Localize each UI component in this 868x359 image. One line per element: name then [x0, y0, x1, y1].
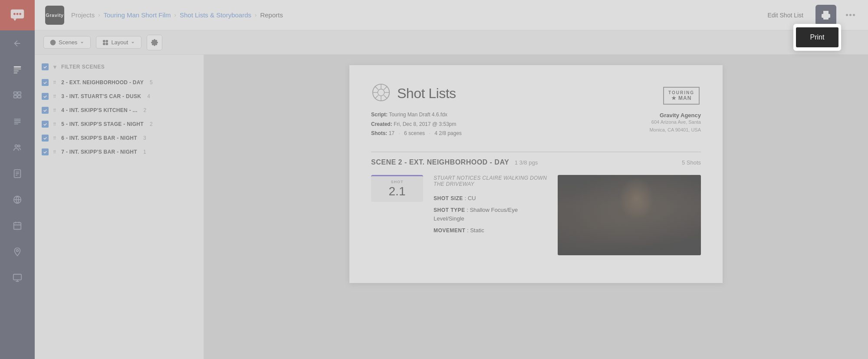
navbar-logo-text: Gravity — [46, 13, 63, 18]
print-tooltip-item[interactable]: Print — [796, 27, 838, 47]
scene-title: SCENE 2 - EXT. NEIGHBORHOOD - DAY — [371, 158, 509, 166]
report-meta-shots: Shots: 17 · 6 scenes · 4 2/8 pages — [371, 129, 462, 138]
more-button[interactable] — [843, 11, 858, 19]
svg-rect-24 — [14, 223, 21, 230]
checkmark-icon — [43, 94, 47, 99]
agency-logo-line1: TOURING — [668, 90, 694, 95]
shot-image — [558, 175, 701, 255]
scene-5-drag-handle[interactable]: ⠿ — [53, 122, 56, 127]
shot-details: STUART NOTICES CLAIRE WALKING DOWN THE D… — [434, 175, 547, 255]
sidebar-item-globe[interactable] — [0, 187, 35, 213]
scene-4-checkbox[interactable] — [42, 107, 49, 114]
sidebar-item-people[interactable] — [0, 135, 35, 161]
checkmark-icon — [43, 122, 47, 126]
sidebar-item-man[interactable] — [0, 56, 35, 82]
svg-line-48 — [384, 86, 387, 90]
scene-header: SCENE 2 - EXT. NEIGHBORHOOD - DAY 1 3/8 … — [371, 152, 701, 166]
shot-movement-row: MOVEMENT : Static — [434, 226, 547, 235]
scenes-value: 6 scenes — [404, 130, 425, 136]
scene-item-6[interactable]: ⠿ 6 - INT. SKIPP'S BAR - NIGHT 3 — [35, 131, 204, 145]
layout-icon — [102, 40, 108, 46]
scene-6-count: 3 — [143, 135, 146, 141]
breadcrumb: Projects › Touring Man Short Film › Shot… — [71, 11, 763, 19]
scene-2-drag-handle[interactable]: ⠿ — [53, 80, 56, 85]
scenes-dropdown-button[interactable]: Scenes — [43, 36, 91, 49]
checkmark-icon — [43, 80, 47, 85]
scene-item-5[interactable]: ⠿ 5 - INT. SKIPP'S STAGE - NIGHT 2 — [35, 117, 204, 131]
scene-item-7[interactable]: ⠿ 7 - INT. SKIPP'S BAR - NIGHT 1 — [35, 145, 204, 159]
shot-type-label: SHOT TYPE — [434, 207, 465, 213]
svg-rect-8 — [14, 92, 17, 95]
svg-point-41 — [378, 89, 384, 96]
scene-5-checkbox[interactable] — [42, 121, 49, 128]
sidebar-item-location[interactable] — [0, 239, 35, 265]
chat-icon — [9, 7, 26, 23]
scene-6-checkbox[interactable] — [42, 135, 49, 142]
scenes-icon — [50, 40, 56, 46]
breadcrumb-projects[interactable]: Projects — [71, 11, 95, 19]
report-page: Shot Lists Script: Touring Man Draft 4.6… — [349, 65, 723, 283]
svg-point-1 — [13, 13, 16, 15]
agency-logo: TOURING ★ MAN — [662, 82, 701, 109]
svg-point-3 — [19, 13, 21, 15]
layout-dropdown-button[interactable]: Layout — [96, 36, 141, 49]
svg-rect-5 — [14, 69, 21, 69]
svg-rect-11 — [18, 96, 21, 98]
svg-rect-6 — [14, 71, 19, 71]
shot-type-row: SHOT TYPE : Shallow Focus/Eye Level/Sing… — [434, 206, 547, 223]
scene-item-3[interactable]: ⠿ 3 - INT. STUART'S CAR - DUSK 4 — [35, 89, 204, 103]
checkmark-icon — [43, 136, 47, 140]
sidebar-logo[interactable] — [0, 0, 35, 30]
svg-line-49 — [375, 95, 378, 99]
scene-6-drag-handle[interactable]: ⠿ — [53, 136, 56, 141]
navbar-logo: Gravity — [45, 6, 64, 25]
agency-address-line2: Monica, CA 90401, USA — [649, 126, 701, 134]
shots-value: 17 — [389, 130, 395, 136]
scene-pages: 1 3/8 pgs — [515, 159, 538, 166]
scene-7-checkbox[interactable] — [42, 148, 49, 155]
edit-shot-list-button[interactable]: Edit Shot List — [763, 9, 809, 21]
filter-scenes-checkbox[interactable] — [42, 63, 49, 70]
report-title-section: Shot Lists — [371, 82, 462, 104]
sidebar-item-calendar[interactable] — [0, 213, 35, 239]
scene-2-checkbox[interactable] — [42, 79, 49, 86]
settings-button[interactable] — [147, 35, 162, 50]
shot-label: SHOT — [376, 180, 418, 184]
scene-7-drag-handle[interactable]: ⠿ — [53, 150, 56, 155]
layout-label: Layout — [111, 39, 128, 46]
checkmark-icon — [43, 108, 47, 112]
scene-item-2[interactable]: ⠿ 2 - EXT. NEIGHBORHOOD - DAY 5 — [35, 76, 204, 89]
scene-3-label: 3 - INT. STUART'S CAR - DUSK — [61, 93, 141, 99]
shot-image-inner — [558, 175, 701, 255]
main-area: Gravity Projects › Touring Man Short Fil… — [35, 0, 868, 359]
shot-size-label: SHOT SIZE — [434, 195, 463, 201]
scene-4-drag-handle[interactable]: ⠿ — [53, 108, 56, 113]
scene-2-count: 5 — [150, 79, 153, 86]
sidebar — [0, 0, 35, 359]
filter-scenes-label: Filter Scenes — [61, 64, 105, 70]
report-meta: Script: Touring Man Draft 4.6.fdx Create… — [371, 110, 462, 138]
svg-rect-37 — [103, 43, 105, 45]
scene-3-checkbox[interactable] — [42, 93, 49, 100]
sidebar-item-screen[interactable] — [0, 265, 35, 291]
scene-3-drag-handle[interactable]: ⠿ — [53, 94, 56, 99]
scene-5-label: 5 - INT. SKIPP'S STAGE - NIGHT — [61, 121, 144, 127]
report-panel: Shot Lists Script: Touring Man Draft 4.6… — [204, 55, 868, 359]
breadcrumb-sep-1: › — [98, 12, 100, 18]
shot-item-2-1: SHOT 2.1 STUART NOTICES CLAIRE WALKING D… — [371, 175, 701, 255]
sidebar-item-back[interactable] — [0, 30, 35, 56]
breadcrumb-project[interactable]: Touring Man Short Film — [104, 11, 171, 19]
svg-rect-10 — [14, 96, 17, 98]
scene-4-label: 4 - INT. SKIPP'S KITCHEN - ... — [61, 107, 137, 113]
print-button[interactable] — [815, 5, 836, 26]
report-meta-script: Script: Touring Man Draft 4.6.fdx — [371, 110, 462, 120]
printer-icon — [821, 10, 831, 20]
sidebar-item-storyboard[interactable] — [0, 82, 35, 109]
scene-item-4[interactable]: ⠿ 4 - INT. SKIPP'S KITCHEN - ... 2 — [35, 103, 204, 117]
svg-rect-32 — [823, 16, 829, 20]
report-agency: TOURING ★ MAN Gravity Agency 604 Arizona… — [649, 82, 701, 134]
svg-rect-29 — [13, 274, 21, 280]
sidebar-item-list[interactable] — [0, 109, 35, 135]
breadcrumb-section[interactable]: Shot Lists & Storyboards — [180, 11, 251, 19]
sidebar-item-reports[interactable] — [0, 161, 35, 187]
